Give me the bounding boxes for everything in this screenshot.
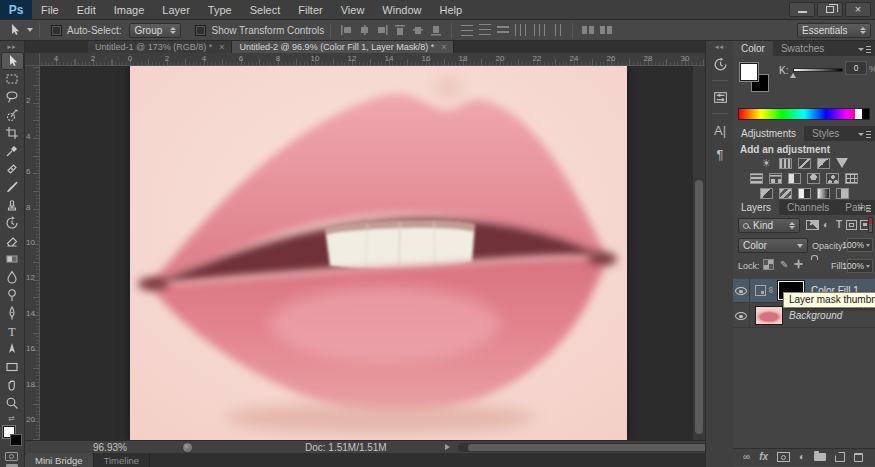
- fill-layer-thumbnail[interactable]: [755, 285, 766, 296]
- distribute-bottom-icon[interactable]: [497, 24, 509, 36]
- black-swatch[interactable]: [862, 109, 869, 119]
- k-channel-slider[interactable]: [793, 68, 843, 72]
- gradient-tool[interactable]: [1, 250, 24, 268]
- history-panel-icon[interactable]: [706, 52, 734, 76]
- tab-swatches[interactable]: Swatches: [773, 41, 832, 56]
- filter-type-layers-icon[interactable]: T: [836, 220, 842, 230]
- pen-tool[interactable]: [1, 304, 24, 322]
- vertical-ruler[interactable]: 2468101214161820: [25, 66, 40, 440]
- toolbar-collapse-button[interactable]: ▸▸: [0, 41, 24, 52]
- channel-mixer-adjustment-icon[interactable]: [826, 173, 839, 184]
- move-tool-preset-icon[interactable]: [7, 23, 21, 37]
- filter-adjustment-layers-icon[interactable]: ◐: [823, 220, 829, 230]
- new-group-icon[interactable]: [814, 453, 826, 461]
- horizontal-scrollbar[interactable]: [458, 443, 728, 452]
- lock-position-icon[interactable]: ✛: [794, 259, 803, 270]
- black-white-adjustment-icon[interactable]: [788, 173, 801, 184]
- restore-button[interactable]: [817, 2, 843, 17]
- color-spectrum-ramp[interactable]: [738, 108, 870, 120]
- foreground-color-swatch[interactable]: [740, 63, 758, 81]
- type-tool[interactable]: T: [1, 322, 24, 340]
- invert-adjustment-icon[interactable]: [760, 188, 773, 199]
- k-value-field[interactable]: 0: [845, 61, 867, 75]
- tab-color[interactable]: Color: [733, 41, 773, 56]
- layer-filter-toggle[interactable]: [868, 217, 873, 233]
- color-balance-adjustment-icon[interactable]: [769, 173, 782, 184]
- paragraph-panel-icon[interactable]: ¶: [706, 142, 734, 166]
- distribute-center-h-icon[interactable]: [533, 24, 545, 36]
- eraser-tool[interactable]: [1, 232, 24, 250]
- quick-mask-button[interactable]: [0, 450, 23, 462]
- bottom-tab-timeline[interactable]: Timeline: [94, 453, 151, 467]
- menu-select[interactable]: Select: [241, 0, 290, 19]
- tab-layers[interactable]: Layers: [733, 200, 779, 215]
- show-transform-checkbox[interactable]: [195, 25, 206, 36]
- crop-tool[interactable]: [1, 124, 24, 142]
- character-panel-icon[interactable]: A|: [706, 118, 734, 142]
- background-layer-thumbnail[interactable]: [755, 306, 783, 325]
- lock-pixels-icon[interactable]: ✎: [780, 259, 788, 270]
- ruler-origin-corner[interactable]: [25, 53, 40, 66]
- zoom-tool[interactable]: [1, 394, 24, 412]
- new-adjustment-layer-icon[interactable]: ◐: [799, 452, 805, 462]
- brush-tool[interactable]: [1, 178, 24, 196]
- layer-filter-select[interactable]: Kind: [738, 218, 800, 233]
- auto-select-checkbox[interactable]: [51, 25, 62, 36]
- menu-view[interactable]: View: [332, 0, 374, 19]
- menu-file[interactable]: File: [32, 0, 68, 19]
- distribute-right-icon[interactable]: [551, 24, 563, 36]
- document-tab-1[interactable]: Untitled-1 @ 173% (RGB/8) *×: [88, 41, 232, 53]
- minimize-button[interactable]: [789, 2, 815, 17]
- history-brush-tool[interactable]: [1, 214, 24, 232]
- hue-saturation-adjustment-icon[interactable]: [750, 173, 763, 184]
- eyedropper-tool[interactable]: [1, 142, 24, 160]
- screen-mode-button[interactable]: [0, 462, 23, 467]
- menu-layer[interactable]: Layer: [153, 0, 199, 19]
- rectangular-marquee-tool[interactable]: [1, 70, 24, 88]
- opacity-field[interactable]: 100%: [847, 238, 873, 252]
- tab-close-icon[interactable]: ×: [441, 42, 446, 52]
- dock-expand-button[interactable]: ◂◂: [706, 41, 733, 52]
- properties-panel-icon[interactable]: [706, 85, 734, 109]
- panel-menu-icon[interactable]: [858, 130, 871, 138]
- path-selection-tool[interactable]: [1, 340, 24, 358]
- canvas-pasteboard[interactable]: [40, 66, 692, 440]
- delete-layer-icon[interactable]: [854, 453, 863, 462]
- align-bottom-icon[interactable]: [430, 24, 442, 36]
- align-right-icon[interactable]: [376, 24, 388, 36]
- selective-color-adjustment-icon[interactable]: [836, 188, 849, 199]
- move-tool[interactable]: [1, 52, 24, 70]
- 3d-mode-icon[interactable]: [600, 24, 612, 36]
- status-popup-arrow-icon[interactable]: [445, 444, 450, 450]
- tab-adjustments[interactable]: Adjustments: [733, 126, 804, 141]
- vertical-scrollbar-thumb[interactable]: [695, 180, 703, 434]
- levels-adjustment-icon[interactable]: [779, 158, 792, 169]
- workspace-select[interactable]: Essentials: [797, 23, 871, 38]
- white-swatch[interactable]: [855, 109, 862, 119]
- vertical-scrollbar[interactable]: [692, 66, 705, 440]
- mask-link-icon[interactable]: ∞: [766, 287, 776, 293]
- visibility-toggle[interactable]: [733, 279, 750, 303]
- horizontal-ruler[interactable]: 42024681012141618202224262830: [40, 53, 705, 66]
- curves-adjustment-icon[interactable]: [798, 158, 811, 169]
- tab-styles[interactable]: Styles: [804, 126, 847, 141]
- gradient-map-adjustment-icon[interactable]: [817, 188, 830, 199]
- close-button[interactable]: ×: [845, 2, 871, 17]
- layer-name[interactable]: Background: [789, 310, 842, 321]
- visibility-toggle[interactable]: [733, 304, 750, 328]
- panel-menu-icon[interactable]: [858, 204, 871, 212]
- tool-preset-caret-icon[interactable]: [27, 28, 33, 32]
- exposure-adjustment-icon[interactable]: [817, 158, 830, 169]
- posterize-adjustment-icon[interactable]: [779, 188, 792, 199]
- vibrance-adjustment-icon[interactable]: [836, 158, 848, 168]
- align-middle-icon[interactable]: [412, 24, 424, 36]
- new-layer-icon[interactable]: [835, 452, 845, 462]
- distribute-middle-icon[interactable]: [479, 24, 491, 36]
- photo-filter-adjustment-icon[interactable]: [807, 173, 820, 184]
- blend-mode-select[interactable]: Color: [738, 238, 808, 253]
- foreground-background-swatches[interactable]: [1, 426, 24, 450]
- hand-tool[interactable]: [1, 376, 24, 394]
- bottom-tab-mini-bridge[interactable]: Mini Bridge: [25, 453, 94, 467]
- align-center-h-icon[interactable]: [358, 24, 370, 36]
- lasso-tool[interactable]: [1, 88, 24, 106]
